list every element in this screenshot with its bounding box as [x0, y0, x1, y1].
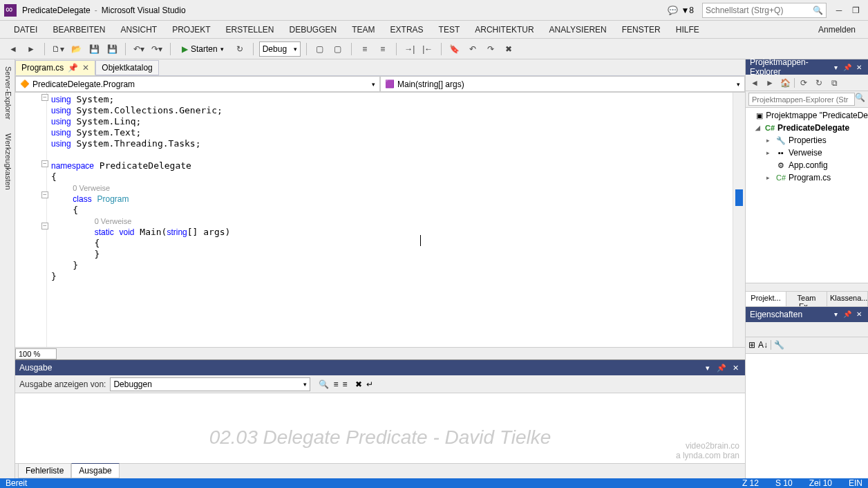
property-pages-button[interactable]: 🔧	[774, 340, 784, 350]
step-button-1[interactable]: ▢	[312, 41, 328, 57]
project-node[interactable]: ◢C# PredicateDelegate	[746, 122, 868, 134]
solution-explorer-toolbar: ◄ ► 🏠 ⟳ ↻ ⧉	[746, 75, 868, 91]
save-button[interactable]: 💾	[86, 41, 102, 57]
clear-bookmarks-button[interactable]: ✖	[501, 41, 516, 57]
menu-debuggen[interactable]: DEBUGGEN	[283, 23, 344, 37]
zoom-dropdown[interactable]: 100 %	[15, 348, 57, 359]
alphabetical-button[interactable]: A↓	[758, 340, 768, 350]
quick-launch[interactable]: 🔍	[702, 3, 827, 18]
nav-back-button[interactable]: ◄	[6, 41, 21, 57]
solution-tree[interactable]: ▣ Projektmappe "PredicateDe ◢C# Predicat…	[746, 108, 868, 283]
se-back-button[interactable]: ◄	[748, 77, 761, 89]
se-forward-button[interactable]: ►	[764, 77, 776, 89]
outdent-button[interactable]: |←	[420, 41, 435, 57]
output-wrap-button[interactable]: ↵	[366, 379, 373, 389]
panel-dropdown-icon[interactable]: ▾	[831, 62, 840, 72]
properties-grid[interactable]	[746, 354, 868, 479]
solution-node[interactable]: ▣ Projektmappe "PredicateDe	[746, 109, 868, 122]
se-sync-button[interactable]: ⟳	[798, 77, 810, 89]
categorized-button[interactable]: ⊞	[748, 340, 755, 350]
panel-close-icon[interactable]: ✕	[854, 62, 864, 72]
bookmark-button[interactable]: 🔖	[447, 41, 462, 57]
class-icon: 🔶	[20, 79, 30, 88]
tab-objektkatalog[interactable]: Objektkatalog	[95, 60, 158, 75]
uncomment-button[interactable]: ≡	[375, 41, 390, 57]
restart-button[interactable]: ↻	[232, 41, 247, 57]
tree-item-properties[interactable]: ▸🔧 Properties	[746, 134, 868, 147]
class-dropdown[interactable]: 🔶 PredicateDelegate.Program▾	[15, 76, 380, 92]
panel-pin-icon[interactable]: 📌	[716, 362, 727, 373]
undo-button[interactable]: ↶▾	[131, 41, 147, 57]
quick-launch-input[interactable]	[706, 6, 813, 15]
code-text[interactable]: using System; using System.Collections.G…	[47, 93, 733, 347]
redo-button[interactable]: ↷▾	[149, 41, 164, 57]
next-bookmark-button[interactable]: ↷	[483, 41, 498, 57]
config-dropdown[interactable]: Debug▾	[259, 41, 301, 57]
tab-team-explorer[interactable]: Team Ex...	[786, 292, 827, 306]
tab-projektmappen[interactable]: Projekt...	[746, 292, 786, 306]
panel-pin-icon[interactable]: 📌	[842, 62, 852, 72]
tree-scrollbar-h[interactable]	[746, 283, 868, 291]
close-icon[interactable]: ✕	[82, 63, 89, 73]
tab-klassenansicht[interactable]: Klassena...	[827, 292, 868, 306]
solution-explorer-search[interactable]: 🔍	[746, 91, 868, 108]
panel-close-icon[interactable]: ✕	[854, 310, 864, 319]
menu-datei[interactable]: DATEI	[7, 23, 44, 37]
tab-fehlerliste[interactable]: Fehlerliste	[18, 463, 71, 478]
sign-in-link[interactable]: Anmelden	[813, 23, 861, 37]
properties-object-dropdown[interactable]	[746, 322, 868, 337]
menu-erstellen[interactable]: ERSTELLEN	[219, 23, 281, 37]
toolbox-tab[interactable]: Werkzeugkasten	[0, 126, 15, 197]
tab-ausgabe[interactable]: Ausgabe	[71, 463, 119, 478]
menu-architektur[interactable]: ARCHITEKTUR	[468, 23, 540, 37]
code-editor[interactable]: − − − − using System; using System.Colle…	[15, 93, 745, 347]
nav-forward-button[interactable]: ►	[23, 41, 39, 57]
output-clear-button[interactable]: ✖	[355, 379, 362, 389]
comment-button[interactable]: ≡	[357, 41, 372, 57]
output-prev-button[interactable]: ≡	[333, 379, 338, 389]
notifications-flag[interactable]: ▼8	[681, 6, 694, 15]
se-collapse-button[interactable]: ⧉	[828, 77, 840, 89]
server-explorer-tab[interactable]: Server-Explorer	[0, 59, 15, 126]
menu-extras[interactable]: EXTRAS	[384, 23, 431, 37]
search-icon[interactable]: 🔍	[813, 6, 823, 15]
se-home-button[interactable]: 🏠	[779, 77, 791, 89]
menu-hilfe[interactable]: HILFE	[669, 23, 706, 37]
restore-button[interactable]: ❐	[847, 2, 864, 19]
menu-team[interactable]: TEAM	[345, 23, 381, 37]
panel-pin-icon[interactable]: 📌	[842, 310, 852, 319]
tree-item-appconfig[interactable]: ⚙ App.config	[746, 159, 868, 171]
se-refresh-button[interactable]: ↻	[813, 77, 825, 89]
search-icon[interactable]: 🔍	[855, 93, 865, 106]
open-file-button[interactable]: 📂	[68, 41, 84, 57]
output-source-dropdown[interactable]: Debuggen▾	[110, 377, 310, 391]
tab-program-cs[interactable]: Program.cs 📌 ✕	[15, 60, 95, 75]
output-find-button[interactable]: 🔍	[319, 379, 329, 389]
menu-ansicht[interactable]: ANSICHT	[113, 23, 164, 37]
menu-fenster[interactable]: FENSTER	[615, 23, 668, 37]
panel-dropdown-icon[interactable]: ▾	[702, 362, 713, 373]
panel-dropdown-icon[interactable]: ▾	[831, 310, 840, 319]
output-next-button[interactable]: ≡	[342, 379, 347, 389]
output-body[interactable]: 02.03 Delegate Predicate - David Tielke …	[15, 393, 745, 463]
menu-bearbeiten[interactable]: BEARBEITEN	[46, 23, 112, 37]
tree-item-program-cs[interactable]: ▸C# Program.cs	[746, 171, 868, 184]
start-debug-button[interactable]: ▶ Starten ▾	[176, 43, 229, 55]
editor-gutter[interactable]: − − − −	[15, 93, 47, 347]
menu-analysieren[interactable]: ANALYSIEREN	[542, 23, 614, 37]
save-all-button[interactable]: 💾	[104, 41, 120, 57]
pin-icon[interactable]: 📌	[68, 63, 78, 73]
feedback-icon[interactable]: 💬	[664, 2, 681, 19]
indent-button[interactable]: →|	[402, 41, 417, 57]
menu-test[interactable]: TEST	[432, 23, 467, 37]
panel-close-icon[interactable]: ✕	[730, 362, 741, 373]
prev-bookmark-button[interactable]: ↶	[465, 41, 480, 57]
menu-projekt[interactable]: PROJEKT	[165, 23, 217, 37]
tree-item-references[interactable]: ▸▪▪ Verweise	[746, 147, 868, 159]
step-button-2[interactable]: ▢	[330, 41, 346, 57]
member-dropdown[interactable]: 🟪 Main(string[] args)▾	[380, 76, 745, 92]
editor-scrollbar-v[interactable]	[733, 93, 745, 347]
minimize-button[interactable]: ─	[831, 2, 847, 19]
solution-search-input[interactable]	[748, 93, 855, 106]
new-project-button[interactable]: 🗋▾	[50, 41, 66, 57]
